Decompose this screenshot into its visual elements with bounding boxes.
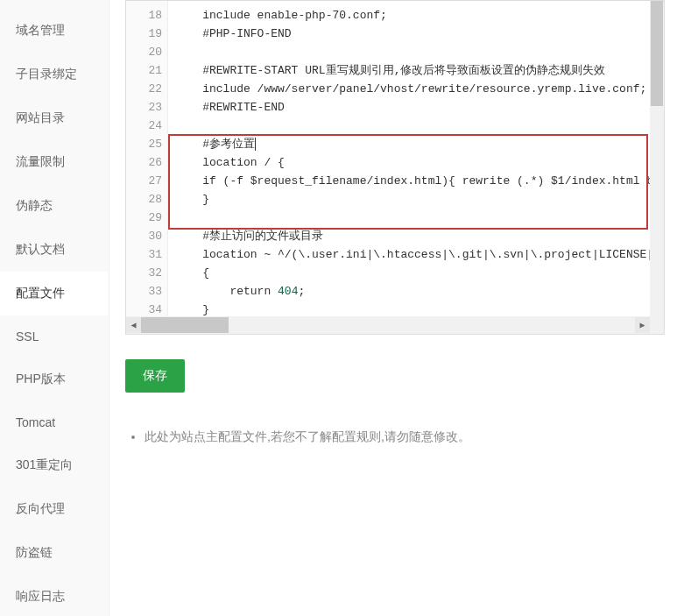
line-gutter: 18 19 20 21 22 23 24 25 26 27 28 29 30 3… [126, 1, 168, 318]
sidebar-item-rewrite[interactable]: 伪静态 [0, 184, 109, 228]
sidebar-item-subdir[interactable]: 子目录绑定 [0, 53, 109, 96]
vertical-scrollbar[interactable] [650, 1, 664, 316]
sidebar-item-log[interactable]: 响应日志 [0, 575, 109, 616]
sidebar-item-tomcat[interactable]: Tomcat [0, 401, 109, 443]
sidebar-item-hotlink[interactable]: 防盗链 [0, 531, 109, 575]
main-panel: 18 19 20 21 22 23 24 25 26 27 28 29 30 3… [109, 0, 684, 616]
sidebar-item-config[interactable]: 配置文件 [0, 272, 109, 315]
hscroll-left-icon[interactable]: ◀ [126, 317, 141, 333]
sidebar: 域名管理 子目录绑定 网站目录 流量限制 伪静态 默认文档 配置文件 SSL P… [0, 0, 109, 616]
sidebar-item-defaultdoc[interactable]: 默认文档 [0, 228, 109, 272]
sidebar-item-php[interactable]: PHP版本 [0, 358, 109, 401]
sidebar-item-traffic[interactable]: 流量限制 [0, 140, 109, 184]
config-editor[interactable]: 18 19 20 21 22 23 24 25 26 27 28 29 30 3… [125, 0, 665, 335]
hscroll-right-icon[interactable]: ▶ [635, 317, 650, 333]
sidebar-item-ssl[interactable]: SSL [0, 315, 109, 358]
hscroll-thumb[interactable] [141, 317, 229, 333]
vscroll-thumb[interactable] [651, 1, 663, 106]
scroll-corner [650, 316, 664, 334]
horizontal-scrollbar[interactable]: ◀ ▶ [126, 316, 650, 334]
sidebar-item-301[interactable]: 301重定向 [0, 443, 109, 487]
sidebar-item-proxy[interactable]: 反向代理 [0, 487, 109, 531]
hint-text: 此处为站点主配置文件,若您不了解配置规则,请勿随意修改。 [145, 429, 668, 445]
sidebar-item-domain[interactable]: 域名管理 [0, 9, 109, 53]
code-area[interactable]: include enable-php-70.conf; #PHP-INFO-EN… [168, 1, 664, 318]
sidebar-item-sitedir[interactable]: 网站目录 [0, 96, 109, 140]
hint-list: 此处为站点主配置文件,若您不了解配置规则,请勿随意修改。 [125, 429, 668, 445]
save-button[interactable]: 保存 [125, 359, 185, 393]
